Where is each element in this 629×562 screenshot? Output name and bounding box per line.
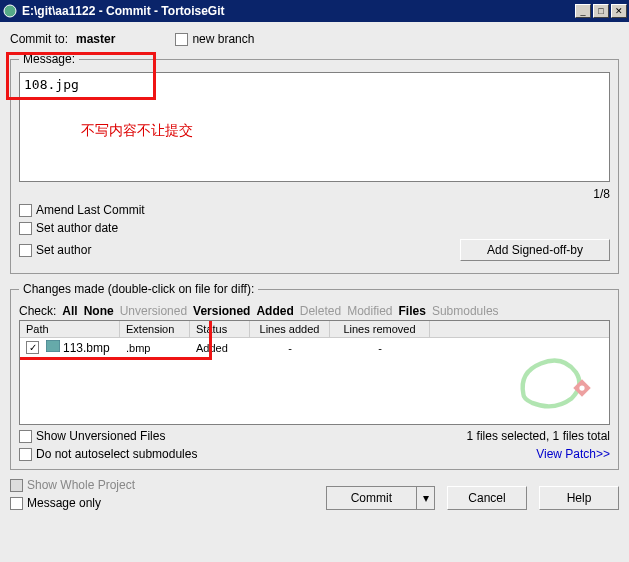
titlebar: E:\git\aa1122 - Commit - TortoiseGit _ □… xyxy=(0,0,629,22)
file-ext: .bmp xyxy=(120,340,190,356)
minimize-button[interactable]: _ xyxy=(575,4,591,18)
message-legend: Message: xyxy=(19,52,79,66)
filter-added[interactable]: Added xyxy=(256,304,293,318)
col-lines-added[interactable]: Lines added xyxy=(250,321,330,337)
show-unversioned-label: Show Unversioned Files xyxy=(36,429,165,443)
filter-versioned[interactable]: Versioned xyxy=(193,304,250,318)
filter-unversioned[interactable]: Unversioned xyxy=(120,304,187,318)
maximize-button[interactable]: □ xyxy=(593,4,609,18)
show-unversioned-checkbox[interactable]: Show Unversioned Files xyxy=(19,429,165,443)
window-title: E:\git\aa1122 - Commit - TortoiseGit xyxy=(22,4,573,18)
view-patch-link[interactable]: View Patch>> xyxy=(536,447,610,461)
filter-modified[interactable]: Modified xyxy=(347,304,392,318)
cancel-button[interactable]: Cancel xyxy=(447,486,527,510)
amend-checkbox[interactable]: Amend Last Commit xyxy=(19,203,145,217)
no-autoselect-checkbox[interactable]: Do not autoselect submodules xyxy=(19,447,197,461)
changes-fieldset: Changes made (double-click on file for d… xyxy=(10,282,619,470)
file-removed: - xyxy=(330,340,430,356)
tortoisegit-watermark-icon xyxy=(509,346,599,419)
selection-summary: 1 files selected, 1 files total xyxy=(467,429,610,443)
set-author-label: Set author xyxy=(36,243,91,257)
char-counter: 1/8 xyxy=(19,187,610,201)
signoff-button[interactable]: Add Signed-off-by xyxy=(460,239,610,261)
new-branch-checkbox[interactable]: new branch xyxy=(175,32,254,46)
commit-button-main[interactable]: Commit xyxy=(326,486,417,510)
filter-deleted[interactable]: Deleted xyxy=(300,304,341,318)
col-extension[interactable]: Extension xyxy=(120,321,190,337)
message-only-label: Message only xyxy=(27,496,101,510)
svg-point-2 xyxy=(579,385,584,390)
col-lines-removed[interactable]: Lines removed xyxy=(330,321,430,337)
close-button[interactable]: ✕ xyxy=(611,4,627,18)
filter-submodules[interactable]: Submodules xyxy=(432,304,499,318)
file-path: 113.bmp xyxy=(63,341,110,355)
table-header: Path Extension Status Lines added Lines … xyxy=(20,321,609,338)
col-path[interactable]: Path xyxy=(20,321,120,337)
help-button[interactable]: Help xyxy=(539,486,619,510)
commit-to-label: Commit to: xyxy=(10,32,68,46)
col-status[interactable]: Status xyxy=(190,321,250,337)
svg-rect-1 xyxy=(46,340,60,352)
message-fieldset: Message: 不写内容不让提交 1/8 Amend Last Commit … xyxy=(10,52,619,274)
file-table[interactable]: Path Extension Status Lines added Lines … xyxy=(19,320,610,425)
no-autoselect-label: Do not autoselect submodules xyxy=(36,447,197,461)
svg-point-0 xyxy=(4,5,16,17)
filter-row: Check: All None Unversioned Versioned Ad… xyxy=(19,304,610,318)
file-icon xyxy=(46,340,60,355)
set-author-checkbox[interactable]: Set author xyxy=(19,243,91,257)
file-added: - xyxy=(250,340,330,356)
message-only-checkbox[interactable]: Message only xyxy=(10,496,135,510)
commit-dropdown-icon[interactable]: ▾ xyxy=(417,486,435,510)
row-checkbox[interactable] xyxy=(26,341,39,354)
commit-button[interactable]: Commit ▾ xyxy=(326,486,435,510)
changes-legend: Changes made (double-click on file for d… xyxy=(19,282,258,296)
filter-all[interactable]: All xyxy=(62,304,77,318)
file-status: Added xyxy=(190,340,250,356)
set-date-label: Set author date xyxy=(36,221,118,235)
show-whole-label: Show Whole Project xyxy=(27,478,135,492)
app-icon xyxy=(2,3,18,19)
filter-none[interactable]: None xyxy=(84,304,114,318)
show-whole-project-checkbox: Show Whole Project xyxy=(10,478,135,492)
message-input[interactable] xyxy=(19,72,610,182)
new-branch-label: new branch xyxy=(192,32,254,46)
branch-name: master xyxy=(76,32,115,46)
filter-files[interactable]: Files xyxy=(399,304,426,318)
amend-label: Amend Last Commit xyxy=(36,203,145,217)
check-label: Check: xyxy=(19,304,56,318)
set-date-checkbox[interactable]: Set author date xyxy=(19,221,118,235)
